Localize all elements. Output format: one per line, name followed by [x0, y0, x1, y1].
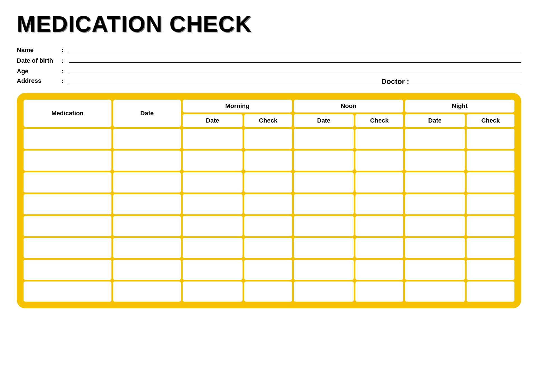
table-cell — [244, 238, 292, 258]
table-cell — [244, 216, 292, 236]
table-cell — [355, 238, 403, 258]
address-value — [69, 77, 521, 84]
page-title: MEDICATION CHECK — [17, 11, 521, 37]
table-cell — [183, 216, 243, 236]
table-cell — [24, 129, 111, 149]
table-row — [24, 281, 514, 302]
table-cell — [467, 281, 514, 302]
patient-info: Name : Date of birth : Age : Address : D… — [17, 45, 521, 84]
table-body — [24, 129, 514, 302]
table-cell — [24, 194, 111, 214]
table-cell — [113, 281, 181, 302]
table-cell — [355, 151, 403, 171]
medication-table: Medication Date Morning Noon Night Date … — [22, 98, 516, 303]
table-cell — [24, 172, 111, 193]
noon-check-header: Check — [355, 114, 403, 127]
table-cell — [294, 238, 354, 258]
age-colon: : — [62, 68, 64, 75]
table-cell — [244, 260, 292, 280]
table-cell — [405, 194, 465, 214]
table-cell — [183, 260, 243, 280]
dob-row: Date of birth : — [17, 56, 521, 64]
table-cell — [113, 238, 181, 258]
age-value — [69, 67, 521, 73]
medication-col-header: Medication — [24, 100, 111, 127]
table-cell — [244, 194, 292, 214]
table-cell — [113, 194, 181, 214]
table-cell — [467, 238, 514, 258]
night-header: Night — [405, 100, 514, 112]
doctor-label: Doctor : — [381, 77, 409, 86]
dob-colon: : — [62, 57, 64, 64]
table-cell — [113, 151, 181, 171]
table-cell — [113, 216, 181, 236]
header-group-row: Medication Date Morning Noon Night — [24, 100, 514, 112]
table-cell — [24, 151, 111, 171]
table-cell — [294, 194, 354, 214]
table-cell — [355, 172, 403, 193]
table-cell — [244, 172, 292, 193]
table-cell — [183, 238, 243, 258]
table-cell — [113, 172, 181, 193]
morning-date-header: Date — [183, 114, 243, 127]
dob-value — [69, 56, 521, 63]
table-cell — [294, 281, 354, 302]
table-row — [24, 216, 514, 236]
name-row: Name : — [17, 45, 521, 54]
table-cell — [405, 260, 465, 280]
table-cell — [405, 129, 465, 149]
table-cell — [294, 172, 354, 193]
date-col-header: Date — [113, 100, 181, 127]
table-cell — [24, 238, 111, 258]
table-cell — [294, 260, 354, 280]
table-cell — [183, 194, 243, 214]
morning-check-header: Check — [244, 114, 292, 127]
table-cell — [467, 260, 514, 280]
table-cell — [405, 281, 465, 302]
table-cell — [467, 194, 514, 214]
night-check-header: Check — [467, 114, 514, 127]
table-cell — [24, 216, 111, 236]
table-row — [24, 260, 514, 280]
table-row — [24, 194, 514, 214]
table-cell — [467, 216, 514, 236]
noon-date-header: Date — [294, 114, 354, 127]
morning-header: Morning — [183, 100, 292, 112]
table-cell — [113, 260, 181, 280]
address-colon: : — [62, 77, 64, 84]
table-cell — [183, 129, 243, 149]
table-cell — [244, 151, 292, 171]
table-cell — [294, 216, 354, 236]
table-row — [24, 238, 514, 258]
address-row: Address : Doctor : — [17, 77, 521, 84]
table-cell — [355, 194, 403, 214]
table-cell — [183, 151, 243, 171]
age-row: Age : — [17, 67, 521, 75]
night-date-header: Date — [405, 114, 465, 127]
table-row — [24, 129, 514, 149]
table-cell — [405, 216, 465, 236]
name-colon: : — [62, 46, 64, 54]
table-cell — [467, 151, 514, 171]
name-label: Name — [17, 46, 62, 54]
table-cell — [244, 281, 292, 302]
table-row — [24, 151, 514, 171]
table-cell — [355, 260, 403, 280]
table-cell — [183, 172, 243, 193]
dob-label: Date of birth — [17, 57, 62, 64]
table-cell — [113, 129, 181, 149]
table-cell — [24, 260, 111, 280]
table-cell — [294, 151, 354, 171]
table-cell — [467, 172, 514, 193]
table-cell — [467, 129, 514, 149]
age-label: Age — [17, 68, 62, 75]
table-cell — [355, 129, 403, 149]
table-cell — [405, 172, 465, 193]
table-cell — [405, 151, 465, 171]
table-cell — [244, 129, 292, 149]
table-cell — [183, 281, 243, 302]
table-row — [24, 172, 514, 193]
name-value — [69, 45, 521, 52]
table-cell — [24, 281, 111, 302]
noon-header: Noon — [294, 100, 403, 112]
